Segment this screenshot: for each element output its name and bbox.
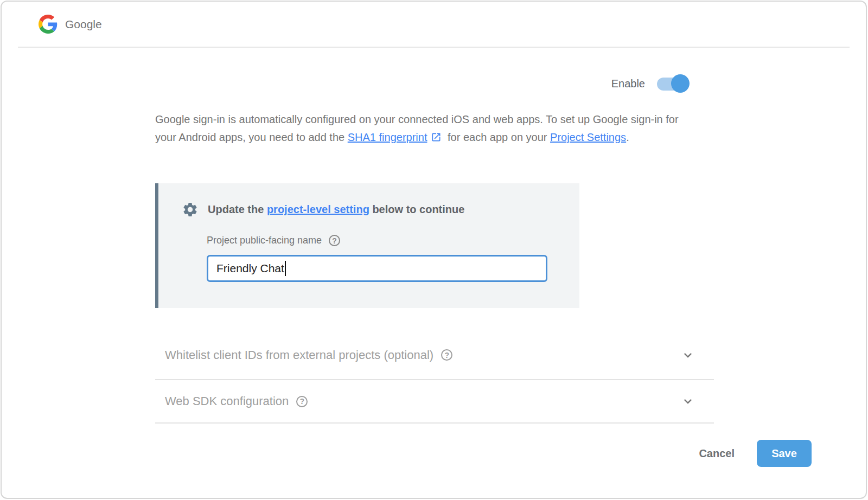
- input-value: Friendly Chat: [216, 262, 284, 275]
- project-setting-callout: Update the project-level setting below t…: [155, 183, 579, 308]
- provider-header: Google: [18, 2, 850, 48]
- save-button[interactable]: Save: [757, 440, 812, 467]
- callout-message: Update the project-level setting below t…: [208, 203, 464, 216]
- external-link-icon: [431, 132, 442, 143]
- callout-heading: Update the project-level setting below t…: [182, 201, 579, 218]
- callout-text: below to continue: [369, 203, 465, 215]
- chevron-down-icon: [680, 348, 695, 363]
- field-label-row: Project public-facing name ?: [207, 235, 579, 246]
- project-name-input[interactable]: Friendly Chat: [207, 255, 547, 282]
- section-heading: Web SDK configuration ?: [165, 394, 308, 408]
- description-text: for each app on your: [444, 131, 550, 143]
- dialog-footer: Cancel Save: [699, 440, 812, 467]
- provider-description: Google sign-in is automatically configur…: [155, 111, 693, 146]
- text-caret: [285, 261, 286, 276]
- cancel-button[interactable]: Cancel: [699, 447, 735, 460]
- project-settings-link[interactable]: Project Settings: [550, 131, 626, 143]
- expandable-sections: Whitelist client IDs from external proje…: [155, 331, 714, 424]
- public-facing-name-field: Project public-facing name ? Friendly Ch…: [207, 235, 579, 282]
- google-logo-icon: [39, 15, 58, 34]
- field-label: Project public-facing name: [207, 235, 322, 246]
- enable-toggle[interactable]: [657, 76, 688, 91]
- provider-title: Google: [65, 18, 102, 31]
- chevron-down-icon: [680, 394, 695, 409]
- section-whitelist-client-ids[interactable]: Whitelist client IDs from external proje…: [155, 331, 714, 380]
- help-icon[interactable]: ?: [329, 235, 340, 246]
- help-icon[interactable]: ?: [296, 396, 308, 407]
- section-title: Whitelist client IDs from external proje…: [165, 348, 433, 362]
- section-title: Web SDK configuration: [165, 394, 289, 408]
- project-level-setting-link[interactable]: project-level setting: [267, 203, 369, 215]
- enable-row: Enable: [611, 74, 688, 93]
- gear-icon: [182, 201, 199, 218]
- enable-label: Enable: [611, 78, 645, 90]
- sha1-fingerprint-link[interactable]: SHA1 fingerprint: [348, 131, 427, 143]
- description-text: .: [626, 131, 629, 143]
- section-web-sdk-configuration[interactable]: Web SDK configuration ?: [155, 380, 714, 424]
- section-heading: Whitelist client IDs from external proje…: [165, 348, 452, 362]
- toggle-thumb: [671, 74, 690, 93]
- callout-text: Update the: [208, 203, 267, 215]
- help-icon[interactable]: ?: [441, 349, 452, 361]
- google-signin-config-dialog: Google Enable Google sign-in is automati…: [1, 1, 867, 499]
